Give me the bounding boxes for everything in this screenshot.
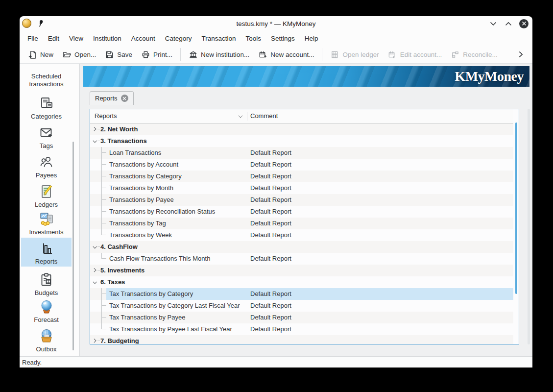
sidebar-item-forecast[interactable]: Forecast: [22, 298, 71, 324]
report-row[interactable]: Tax Transactions by Category Last Fiscal…: [90, 300, 513, 312]
report-group-row[interactable]: 2. Net Worth: [90, 123, 513, 135]
report-comment: Default Report: [250, 206, 291, 218]
kmymoney-logo: KMyMoney: [455, 69, 529, 84]
table-vertical-scrollbar[interactable]: [515, 122, 517, 294]
sidebar-item-label: Payees: [22, 172, 71, 179]
investments-icon: [39, 211, 54, 227]
minimize-icon[interactable]: [489, 19, 498, 28]
menu-tools[interactable]: Tools: [240, 33, 266, 44]
report-row[interactable]: Transactions by AccountDefault Report: [90, 159, 513, 171]
report-group-row[interactable]: 4. CashFlow: [90, 241, 513, 253]
report-cell[interactable]: Loan TransactionsDefault Report: [106, 147, 513, 159]
column-separator[interactable]: [247, 112, 247, 121]
report-cell[interactable]: Cash Flow Transactions This MonthDefault…: [106, 253, 513, 265]
menu-institution[interactable]: Institution: [88, 33, 126, 44]
save-icon: [105, 50, 114, 59]
report-comment: Default Report: [250, 312, 291, 323]
report-name: Transactions by Account: [109, 159, 178, 171]
toolbar-button-label: Edit account...: [400, 51, 442, 58]
report-row[interactable]: Cash Flow Transactions This MonthDefault…: [90, 253, 513, 265]
report-row[interactable]: Tax Transactions by Payee Last Fiscal Ye…: [90, 323, 513, 335]
report-cell[interactable]: Tax Transactions by Category Last Fiscal…: [106, 300, 513, 312]
ledger-icon: [330, 50, 339, 59]
report-row[interactable]: Transactions by CategoryDefault Report: [90, 171, 513, 182]
report-cell[interactable]: Tax Transactions by PayeeDefault Report: [106, 312, 513, 323]
report-row[interactable]: Transactions by Reconciliation StatusDef…: [90, 206, 513, 218]
report-row[interactable]: Loan TransactionsDefault Report: [90, 147, 513, 159]
menubar: FileEditViewInstitutionAccountCategoryTr…: [20, 31, 532, 46]
menu-settings[interactable]: Settings: [266, 33, 300, 44]
sidebar-item-tags[interactable]: Tags: [22, 124, 71, 150]
column-header-comment[interactable]: Comment: [250, 109, 278, 123]
close-tab-icon[interactable]: [121, 95, 128, 102]
open-folder-icon: [62, 50, 71, 59]
report-name: Tax Transactions by Payee Last Fiscal Ye…: [109, 323, 232, 335]
report-cell[interactable]: Transactions by MonthDefault Report: [106, 182, 513, 194]
pin-icon[interactable]: [37, 20, 44, 27]
menu-view[interactable]: View: [64, 33, 88, 44]
report-cell[interactable]: Tax Transactions by Payee Last Fiscal Ye…: [106, 323, 513, 335]
toolbar-button-print[interactable]: Print...: [137, 48, 177, 61]
column-header-reports[interactable]: Reports: [95, 109, 117, 123]
collapsed-arrow-icon[interactable]: [91, 126, 97, 132]
sidebar-item-reports[interactable]: Reports: [22, 240, 71, 266]
report-cell[interactable]: Transactions by AccountDefault Report: [106, 159, 513, 171]
expanded-arrow-icon[interactable]: [91, 279, 97, 285]
maximize-icon[interactable]: [504, 19, 513, 28]
report-row[interactable]: Transactions by MonthDefault Report: [90, 182, 513, 194]
toolbar-button-open[interactable]: Open...: [58, 48, 100, 61]
menu-category[interactable]: Category: [160, 33, 197, 44]
collapsed-arrow-icon[interactable]: [91, 267, 97, 273]
report-cell[interactable]: Transactions by WeekDefault Report: [106, 229, 513, 241]
sidebar-item-ledgers[interactable]: Ledgers: [22, 183, 71, 209]
sidebar-item-payees[interactable]: Payees: [22, 153, 71, 179]
report-row[interactable]: Transactions by PayeeDefault Report: [90, 194, 513, 206]
expanded-arrow-icon[interactable]: [91, 138, 97, 144]
report-group-row[interactable]: 3. Transactions: [90, 135, 513, 147]
chevron: [92, 339, 96, 343]
tree-branch-tick: [102, 188, 106, 188]
report-group-row[interactable]: 7. Budgeting: [90, 335, 513, 344]
sidebar-item-categories[interactable]: Categories: [22, 95, 71, 121]
sidebar-item-investments[interactable]: Investments: [22, 210, 71, 236]
sidebar-item-budgets[interactable]: Budgets: [22, 271, 71, 297]
report-group-row[interactable]: 6. Taxes: [90, 276, 513, 288]
report-row[interactable]: Tax Transactions by PayeeDefault Report: [90, 312, 513, 323]
kmymoney-window: testus.kmy * — KMyMoney FileEditViewInst…: [20, 16, 532, 368]
print-icon: [141, 50, 150, 59]
menu-edit[interactable]: Edit: [43, 33, 64, 44]
sidebar-item-outbox[interactable]: Outbox: [22, 327, 71, 353]
report-group-row[interactable]: 5. Investments: [90, 265, 513, 276]
tab-reports[interactable]: Reports: [90, 91, 134, 105]
report-cell[interactable]: Transactions by Reconciliation StatusDef…: [106, 206, 513, 218]
selected-report-cell[interactable]: Tax Transactions by CategoryDefault Repo…: [106, 288, 513, 300]
close-icon[interactable]: [519, 19, 529, 28]
budgets-icon: [39, 272, 54, 288]
menu-transaction[interactable]: Transaction: [196, 33, 240, 44]
report-cell[interactable]: Transactions by CategoryDefault Report: [106, 171, 513, 182]
sidebar-item-scheduled-transactions[interactable]: Scheduled transactions: [22, 64, 71, 88]
menu-file[interactable]: File: [23, 33, 43, 44]
sidebar-scrollbar[interactable]: [72, 142, 74, 350]
menu-account[interactable]: Account: [126, 33, 160, 44]
report-cell[interactable]: Transactions by PayeeDefault Report: [106, 194, 513, 206]
menu-help[interactable]: Help: [300, 33, 323, 44]
report-group-label: 5. Investments: [100, 265, 144, 276]
report-row[interactable]: Transactions by WeekDefault Report: [90, 229, 513, 241]
toolbar-button-new[interactable]: New: [24, 48, 58, 61]
tree-branch-tick: [102, 329, 106, 329]
sidebar: Scheduled transactionsCategoriesTagsPaye…: [20, 64, 80, 356]
report-row[interactable]: Transactions by TagDefault Report: [90, 218, 513, 229]
view-scrollbar-track[interactable]: [528, 109, 530, 344]
tree-branch-dash: [97, 282, 100, 282]
collapsed-arrow-icon[interactable]: [91, 338, 97, 344]
report-row[interactable]: Tax Transactions by CategoryDefault Repo…: [90, 288, 513, 300]
toolbar-button-new-institution[interactable]: New institution...: [184, 48, 254, 61]
tree-branch-line: [101, 312, 102, 323]
report-cell[interactable]: Transactions by TagDefault Report: [106, 218, 513, 229]
expanded-arrow-icon[interactable]: [91, 244, 97, 250]
reconcile-icon: [451, 50, 459, 59]
toolbar-button-new-account[interactable]: New account...: [254, 48, 318, 61]
toolbar-button-save[interactable]: Save: [100, 48, 137, 61]
chevron-right-icon[interactable]: [515, 49, 527, 60]
